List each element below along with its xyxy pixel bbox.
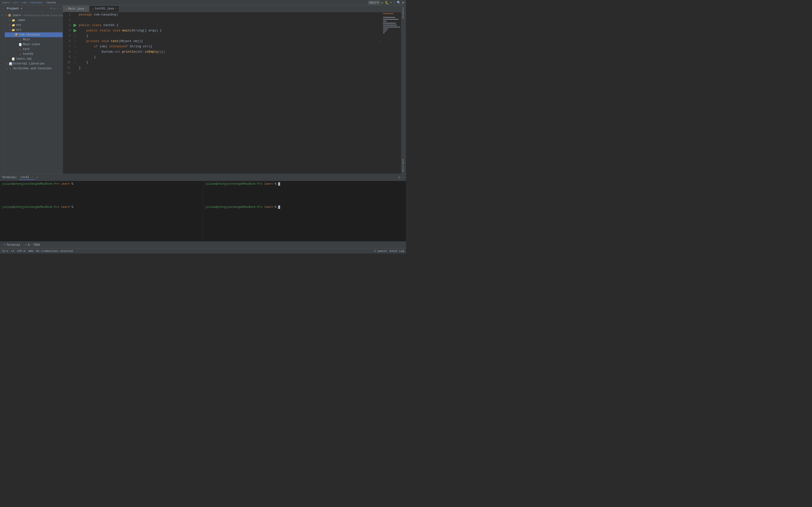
status-lf[interactable]: LF <box>11 249 14 252</box>
bp-8[interactable] <box>74 51 77 53</box>
coverage-button[interactable]: ⚡ <box>390 1 392 5</box>
gear-icon[interactable]: ⚙ <box>53 7 55 10</box>
tree-item-learn-iml[interactable]: 📝 learn.iml <box>5 56 63 61</box>
settings-button[interactable]: ⚙ <box>402 1 404 5</box>
code-line-1: package com.nasaiboy; <box>78 12 382 17</box>
vcs-button[interactable]: ↕ <box>394 1 395 4</box>
expand-icon[interactable]: ↕ <box>56 7 58 10</box>
gutter-4[interactable] <box>72 28 78 33</box>
code-line-2 <box>78 17 382 23</box>
tree-label-com-nasaiboy: com.nasaiboy <box>19 33 40 37</box>
terminal-bottom-tab[interactable]: ⌨ Terminal <box>2 243 22 247</box>
bp-6[interactable] <box>74 40 77 43</box>
database-label[interactable]: Database <box>401 5 406 21</box>
todo-label: 6: TODO <box>28 243 40 247</box>
run-config[interactable]: Main ▼ <box>368 1 380 5</box>
status-aws[interactable]: AWS: No credentials selected <box>28 249 73 252</box>
tab-main-close[interactable]: × <box>85 7 87 10</box>
code-content[interactable]: package com.nasaiboy; public class test0… <box>78 12 382 174</box>
terminal-header-right: ⚙ — <box>398 175 404 179</box>
no-arrow-test <box>15 48 18 51</box>
terminal-pane-1[interactable]: julian@zhongjunchengdeMacBook-Pro learn … <box>0 181 203 241</box>
debug-button[interactable]: 🐛 <box>385 1 389 5</box>
code-line-9: } <box>78 55 382 60</box>
breadcrumb-nasaiboy[interactable]: nasaiboy <box>30 1 43 4</box>
tree-item-learn[interactable]: ▾ 📦 learn ~/Desktop/program/java/learn <box>5 13 63 18</box>
sym-1-2: % <box>71 206 73 209</box>
run-button[interactable]: ▶ <box>382 1 384 5</box>
tree-label-idea: .idea <box>16 18 25 22</box>
tree-item-src[interactable]: ▾ 📂 src <box>5 27 63 32</box>
bp-10[interactable] <box>74 61 77 64</box>
lf-value: LF <box>11 249 14 252</box>
status-charset[interactable]: UTF-8 <box>17 249 26 252</box>
terminal-tab-local[interactable]: Local × <box>19 175 35 180</box>
bp-5[interactable] <box>74 35 77 37</box>
run-arrow-4[interactable] <box>73 29 77 32</box>
breadcrumb-com[interactable]: com <box>22 1 27 4</box>
status-bar: 12:1 LF UTF-8 AWS: No credentials select… <box>0 248 406 253</box>
terminal-minimize-icon[interactable]: — <box>402 175 404 179</box>
gutter-8[interactable] <box>72 49 78 55</box>
line-num-1: 1 <box>69 12 70 17</box>
left-tool-2[interactable]: 2 <box>0 13 5 17</box>
terminal-space-2 <box>205 186 404 206</box>
tab-test01-java[interactable]: ☕ test01.java × <box>89 6 119 12</box>
tab-main-java[interactable]: ☕ Main.java × <box>63 6 89 12</box>
add-terminal-button[interactable]: + <box>36 175 38 179</box>
minimize-icon[interactable]: — <box>59 7 61 10</box>
status-event-log[interactable]: Event Log <box>390 249 404 252</box>
terminal-pane-2[interactable]: julian@zhongjunchengdeMacBook-Pro learn … <box>203 181 406 241</box>
gutter-10[interactable] <box>72 60 78 65</box>
tree-item-test[interactable]: ☕ test <box>5 47 63 52</box>
terminal-tab-icon: ⌨ <box>4 243 6 246</box>
tree-item-scratches[interactable]: ▸ ✏️ Scratches and Consoles <box>5 66 63 71</box>
tree-item-main[interactable]: ☕ Main <box>5 37 63 42</box>
tab-test01-close[interactable]: × <box>115 7 116 10</box>
tree-item-idea[interactable]: ▸ 📁 .idea <box>5 18 63 23</box>
tree-item-ext-libs[interactable]: ▸ 📊 External Libraries <box>5 61 63 66</box>
breadcrumb-learn[interactable]: learn <box>2 1 10 4</box>
gutter-3[interactable] <box>72 23 78 28</box>
event-log-value: Event Log <box>390 249 404 252</box>
search-button[interactable]: 🔍 <box>397 1 401 5</box>
todo-tab[interactable]: ✓ 6: TODO <box>23 243 42 247</box>
tab-test01-label: test01.java <box>95 7 114 10</box>
gutter-6[interactable] <box>72 39 78 44</box>
gutter-12 <box>72 70 78 76</box>
tree-item-com-nasaiboy[interactable]: ▾ 📦 com.nasaiboy <box>5 32 63 37</box>
breadcrumb-test01[interactable]: test01 <box>46 1 56 4</box>
line-num-5: 5 <box>69 33 70 39</box>
minimap <box>382 12 401 174</box>
local-tab-label: Local <box>20 175 29 179</box>
terminal-settings-icon[interactable]: ⚙ <box>398 175 400 179</box>
path-2-1: learn <box>264 182 273 186</box>
status-indent[interactable]: 4 spaces <box>374 249 387 252</box>
breadcrumb-src[interactable]: src <box>13 1 18 4</box>
left-tool-panel: 1 2 <box>0 5 5 174</box>
java-test01-icon: ☕ <box>18 52 22 56</box>
gutter-9[interactable] <box>72 55 78 60</box>
local-tab-close[interactable]: × <box>32 176 33 179</box>
word-book-label[interactable]: Word Book <box>401 157 406 174</box>
tab-main-label: Main.java <box>68 7 84 11</box>
sync-icon[interactable]: ⟳ <box>50 7 52 10</box>
chevron-down-icon: ▼ <box>377 1 378 4</box>
status-line-col[interactable]: 12:1 <box>2 249 8 252</box>
editor-area: ☕ Main.java × ☕ test01.java × 1 2 3 4 5 … <box>63 5 401 174</box>
line-col-value: 12:1 <box>2 249 8 252</box>
top-bar: learn > src > com > nasaiboy > test01 Ma… <box>0 0 406 5</box>
left-tool-1[interactable]: 1 <box>0 6 5 11</box>
line-num-7: 7 <box>69 44 70 49</box>
bp-7[interactable] <box>74 45 77 48</box>
terminal-tab-bottom-label: Terminal <box>6 243 20 247</box>
bp-9[interactable] <box>74 56 77 58</box>
gutter-5[interactable] <box>72 33 78 39</box>
tree-item-main-class[interactable]: 📄 Main.class <box>5 42 63 47</box>
tree-item-out[interactable]: ▸ 📁 out <box>5 23 63 27</box>
gutter-7[interactable] <box>72 44 78 49</box>
line-num-6: 6 <box>69 39 70 44</box>
tree-item-test01[interactable]: ☕ test01 <box>5 52 63 56</box>
sym-1: % <box>71 182 73 186</box>
run-arrow-3[interactable] <box>73 24 77 27</box>
